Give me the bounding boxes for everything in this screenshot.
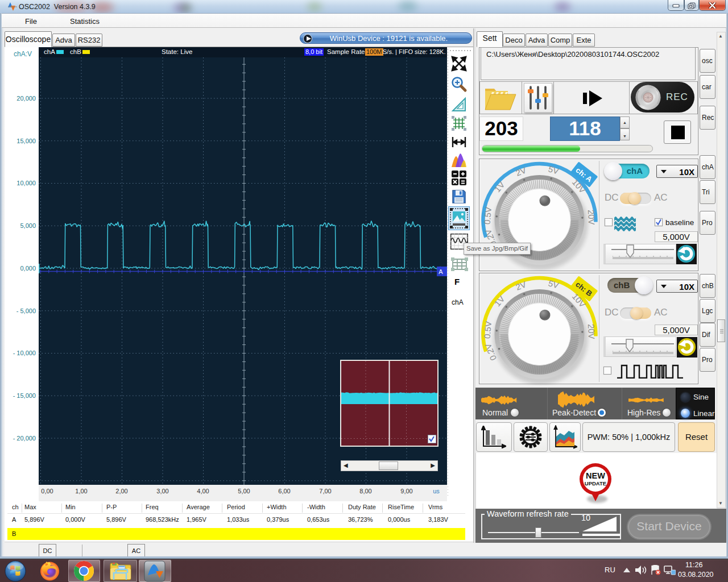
svg-text:1V: 1V — [493, 294, 507, 308]
svg-text:NEW: NEW — [586, 471, 605, 480]
svg-text:1V: 1V — [493, 180, 507, 194]
svg-text:20V: 20V — [586, 323, 597, 339]
svg-text:0.5V: 0.5V — [482, 206, 493, 225]
svg-text:A: A — [439, 268, 443, 275]
svg-text:5V: 5V — [547, 278, 560, 290]
svg-text:5V: 5V — [547, 164, 560, 176]
svg-text:UPDATE: UPDATE — [585, 480, 606, 487]
svg-text:0.5V: 0.5V — [482, 321, 493, 339]
svg-text:20V: 20V — [586, 209, 597, 225]
